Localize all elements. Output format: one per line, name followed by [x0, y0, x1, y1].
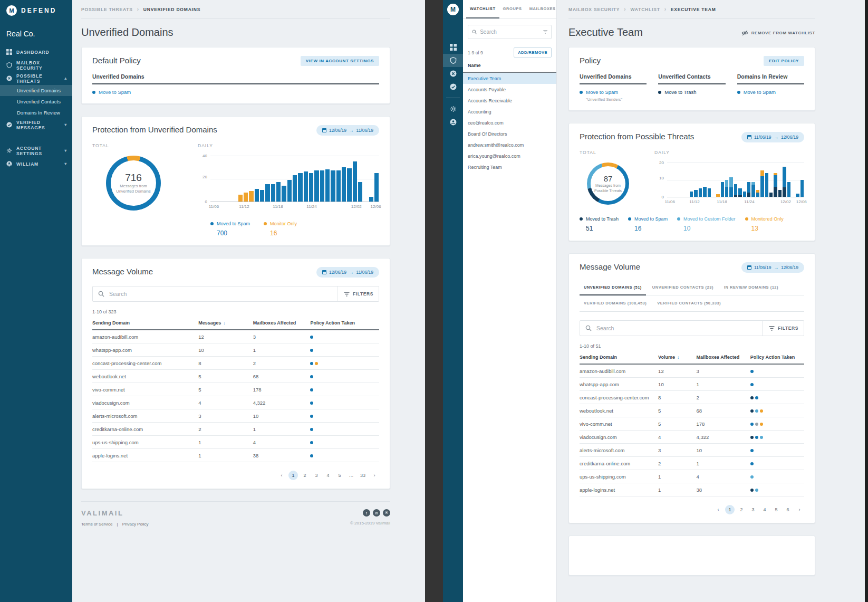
social-icon[interactable]: in — [373, 509, 380, 517]
social-icon[interactable]: ✉ — [383, 509, 390, 517]
page-button[interactable]: ‹ — [277, 471, 286, 480]
table-row[interactable]: weboutlook.net 5 68 — [580, 404, 804, 417]
date-range-picker[interactable]: 12/06/19 → 11/06/19 — [316, 125, 379, 136]
page-button[interactable]: 3 — [748, 505, 758, 514]
tab[interactable]: GROUPS — [499, 0, 526, 18]
chevron-down-icon[interactable]: ▾ — [64, 161, 67, 166]
page-button[interactable]: 5 — [771, 505, 781, 514]
social-icon[interactable]: t — [363, 509, 370, 517]
table-row[interactable]: amazon-audibill.com 12 3 — [92, 330, 379, 343]
watchlist-item[interactable]: Accounts Receivable — [463, 95, 556, 106]
edit-policy-button[interactable]: EDIT POLICY — [764, 56, 804, 66]
remove-from-watchlist-button[interactable]: REMOVE FROM WATCHLIST — [741, 30, 815, 36]
rail-item-possible-threats[interactable] — [443, 67, 463, 80]
table-row[interactable]: amazon-audibill.com 12 3 — [580, 365, 804, 378]
table-row[interactable]: viadocusign.com 4 4,322 — [580, 431, 804, 444]
filter-icon[interactable] — [543, 30, 547, 34]
date-range-picker[interactable]: 11/06/19 → 12/06/19 — [741, 262, 804, 273]
watchlist-item[interactable]: Executive Team — [463, 73, 556, 84]
table-row[interactable]: apple-logins.net 1 38 — [580, 483, 804, 496]
table-row[interactable]: creditkarna-online.com 2 1 — [92, 423, 379, 436]
chevron-down-icon[interactable]: ▾ — [64, 148, 67, 153]
table-row[interactable]: alerts-microsoft.com 3 10 — [580, 444, 804, 457]
col-sending-domain[interactable]: Sending Domain — [92, 320, 198, 326]
page-button[interactable]: ‹ — [713, 505, 723, 514]
sidebar-item-domains-in-review[interactable]: Domains In Review — [0, 107, 72, 118]
page-button[interactable]: 3 — [312, 471, 321, 480]
chevron-down-icon[interactable]: ▾ — [64, 122, 67, 127]
table-row[interactable]: alerts-microsoft.com 3 10 — [92, 409, 379, 423]
table-row[interactable]: vivo-comm.net 5 178 — [92, 383, 379, 396]
breadcrumb-mailbox-security[interactable]: MAILBOX SECURITY — [568, 7, 620, 12]
table-row[interactable]: concast-processing-center.com 8 2 — [580, 391, 804, 404]
page-button[interactable]: 2 — [300, 471, 310, 480]
col-volume[interactable]: Volume↓ — [658, 355, 696, 360]
table-row[interactable]: ups-us-shipping.com 1 4 — [580, 470, 804, 483]
col-policy-action[interactable]: Policy Action Taken — [310, 320, 379, 326]
table-row[interactable]: ups-us-shipping.com 1 4 — [92, 436, 379, 449]
watchlist-item[interactable]: Accounts Payable — [463, 84, 556, 95]
tab[interactable]: VERIFIED CONTACTS (50,333) — [653, 296, 725, 311]
page-button[interactable]: 1 — [725, 505, 735, 514]
page-button[interactable]: 6 — [783, 505, 793, 514]
page-button[interactable]: › — [370, 471, 379, 480]
page-button[interactable]: … — [346, 471, 356, 480]
sidebar-item-user[interactable]: WILLIAM ▾ — [0, 157, 72, 170]
page-button[interactable]: 33 — [358, 471, 368, 480]
page-button[interactable]: 2 — [737, 505, 746, 514]
sidebar-item-verified-messages[interactable]: VERIFIED MESSAGES ▾ — [0, 118, 72, 131]
col-policy-action[interactable]: Policy Action Taken — [750, 355, 804, 360]
watchlist-item[interactable]: ceo@realco.com — [463, 117, 556, 128]
rail-item-mailbox-security[interactable] — [443, 54, 463, 67]
view-in-account-settings-button[interactable]: VIEW IN ACCOUNT SETTINGS — [301, 56, 379, 66]
table-row[interactable]: vivo-comm.net 5 178 — [580, 417, 804, 431]
watchlist-item[interactable]: Recruiting Team — [463, 161, 556, 173]
breadcrumb-watchlist[interactable]: WATCHLIST — [630, 7, 660, 12]
rail-item-account-settings[interactable] — [443, 102, 463, 116]
col-mailboxes-affected[interactable]: Mailboxes Affected — [697, 355, 750, 360]
table-row[interactable]: concast-processing-center.com 8 2 — [92, 357, 379, 370]
table-row[interactable]: whatspp-app.com 10 1 — [92, 343, 379, 357]
rail-item-verified-messages[interactable] — [443, 80, 463, 93]
privacy-policy-link[interactable]: Privacy Policy — [122, 522, 149, 527]
page-button[interactable]: 4 — [760, 505, 769, 514]
watchlist-item[interactable]: Accounting — [463, 106, 556, 117]
breadcrumb-possible-threats[interactable]: POSSIBLE THREATS — [81, 7, 133, 12]
tab[interactable]: UNVERIFIED CONTACTS (23) — [648, 280, 718, 295]
date-range-picker[interactable]: 11/06/19 → 12/06/19 — [741, 132, 804, 142]
table-row[interactable]: creditkarna-online.com 2 1 — [580, 457, 804, 470]
watchlist-name-header[interactable]: Name — [463, 58, 556, 73]
watchlist-item[interactable]: erica.young@realco.com — [463, 150, 556, 161]
sidebar-item-unverified-contacts[interactable]: Unverified Contacts — [0, 96, 72, 107]
table-row[interactable]: apple-logins.net 1 38 — [92, 449, 379, 462]
table-row[interactable]: whatspp-app.com 10 1 — [580, 378, 804, 391]
watchlist-item[interactable]: Board Of Directors — [463, 128, 556, 139]
tab[interactable]: WATCHLIST — [466, 0, 499, 18]
sidebar-item-account-settings[interactable]: ACCOUNT SETTINGS ▾ — [0, 144, 72, 157]
chevron-up-icon[interactable]: ▴ — [64, 76, 67, 81]
sidebar-item-unverified-domains[interactable]: Unverified Domains — [0, 85, 72, 96]
sidebar-item-dashboard[interactable]: DASHBOARD — [0, 45, 72, 59]
filters-button[interactable]: FILTERS — [762, 321, 798, 336]
sidebar-item-possible-threats[interactable]: POSSIBLE THREATS ▴ — [0, 72, 72, 85]
filters-button[interactable]: FILTERS — [337, 286, 373, 301]
search-input[interactable] — [596, 325, 762, 331]
col-messages[interactable]: Messages↓ — [198, 320, 253, 326]
add-remove-button[interactable]: ADD/REMOVE — [514, 47, 552, 58]
terms-of-service-link[interactable]: Terms of Service — [81, 522, 113, 527]
col-sending-domain[interactable]: Sending Domain — [580, 355, 658, 360]
sidebar-item-mailbox-security[interactable]: MAILBOX SECURITY — [0, 59, 72, 72]
table-row[interactable]: viadocusign.com 4 4,322 — [92, 396, 379, 409]
rail-item-dashboard[interactable] — [443, 41, 463, 54]
tab[interactable]: VERIFIED DOMAINS (108,453) — [580, 296, 651, 311]
page-button[interactable]: 4 — [323, 471, 333, 480]
tab[interactable]: MAILBOXES — [526, 0, 560, 18]
page-button[interactable]: 5 — [335, 471, 344, 480]
page-button[interactable]: › — [795, 505, 804, 514]
watchlist-item[interactable]: andrew.smith@realco.com — [463, 139, 556, 150]
watchlist-search-input[interactable] — [480, 29, 543, 35]
tab[interactable]: IN REVIEW DOMAINS (12) — [720, 280, 783, 295]
date-range-picker[interactable]: 12/06/19 → 11/06/19 — [316, 267, 379, 278]
col-mailboxes-affected[interactable]: Mailboxes Affected — [253, 320, 311, 326]
page-button[interactable]: 1 — [288, 471, 298, 480]
